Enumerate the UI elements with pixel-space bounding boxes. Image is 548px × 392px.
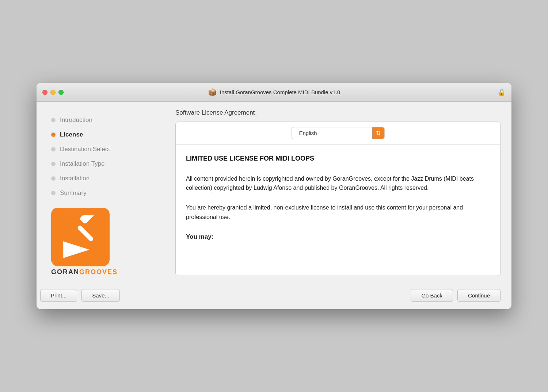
- print-button[interactable]: Print...: [40, 289, 77, 302]
- sidebar-label-license: License: [60, 131, 83, 138]
- sidebar: Introduction License Destination Select …: [37, 102, 172, 283]
- license-paragraph-1: All content provided herein is copyright…: [186, 174, 490, 193]
- nav-dot-installation-type: [51, 162, 56, 166]
- section-title: Software License Agreement: [175, 109, 501, 116]
- bottom-bar: Print... Save... Go Back Continue: [37, 283, 511, 309]
- nav-dot-license: [51, 132, 56, 137]
- sidebar-label-installation: Installation: [60, 175, 90, 182]
- svg-marker-2: [63, 241, 90, 258]
- nav-dot-installation: [51, 176, 56, 181]
- language-label: English: [292, 128, 372, 138]
- sidebar-logo: GORANGROOVES: [51, 208, 164, 276]
- continue-button[interactable]: Continue: [457, 289, 501, 302]
- content-area: Software License Agreement English ⇅ LIM…: [172, 102, 511, 283]
- language-bar: English ⇅: [176, 122, 500, 145]
- license-text-area[interactable]: LIMITED USE LICENSE FOR MIDI LOOPS All c…: [176, 145, 500, 276]
- svg-rect-0: [79, 215, 95, 224]
- language-select[interactable]: English ⇅: [292, 127, 385, 139]
- sidebar-item-installation[interactable]: Installation: [51, 171, 164, 186]
- sidebar-label-destination: Destination Select: [60, 146, 110, 153]
- titlebar: 📦 Install GoranGrooves Complete MIDI Bun…: [37, 83, 511, 102]
- main-content: Introduction License Destination Select …: [37, 102, 511, 283]
- save-button[interactable]: Save...: [81, 289, 120, 302]
- sidebar-label-installation-type: Installation Type: [60, 160, 105, 168]
- license-paragraph-2: You are hereby granted a limited, non-ex…: [186, 203, 490, 222]
- logo-text: GORANGROOVES: [51, 268, 118, 276]
- window-title: 📦 Install GoranGrooves Complete MIDI Bun…: [208, 88, 340, 97]
- nav-dot-summary: [51, 191, 56, 195]
- installer-window: 📦 Install GoranGrooves Complete MIDI Bun…: [37, 83, 511, 309]
- maximize-button[interactable]: [58, 90, 64, 95]
- license-heading: LIMITED USE LICENSE FOR MIDI LOOPS: [186, 153, 490, 164]
- sidebar-label-summary: Summary: [60, 189, 87, 197]
- license-subheading: You may:: [186, 232, 490, 242]
- nav-dot-introduction: [51, 118, 56, 122]
- nav-dot-destination: [51, 147, 56, 151]
- sidebar-item-introduction[interactable]: Introduction: [51, 113, 164, 127]
- language-arrow-icon[interactable]: ⇅: [372, 127, 384, 139]
- title-icon: 📦: [208, 88, 217, 97]
- close-button[interactable]: [42, 90, 47, 95]
- sidebar-item-installation-type[interactable]: Installation Type: [51, 157, 164, 171]
- lock-icon: 🔒: [498, 88, 506, 96]
- go-back-button[interactable]: Go Back: [411, 289, 453, 302]
- traffic-lights: [42, 90, 64, 95]
- sidebar-item-destination-select[interactable]: Destination Select: [51, 142, 164, 157]
- svg-rect-1: [77, 225, 94, 242]
- minimize-button[interactable]: [50, 90, 56, 95]
- sidebar-item-license[interactable]: License: [51, 127, 164, 142]
- sidebar-item-summary[interactable]: Summary: [51, 186, 164, 200]
- title-text: Install GoranGrooves Complete MIDI Bundl…: [220, 89, 340, 95]
- sidebar-nav: Introduction License Destination Select …: [51, 113, 164, 200]
- license-panel: English ⇅ LIMITED USE LICENSE FOR MIDI L…: [175, 122, 501, 276]
- sidebar-label-introduction: Introduction: [60, 116, 92, 124]
- logo-box: [51, 208, 110, 266]
